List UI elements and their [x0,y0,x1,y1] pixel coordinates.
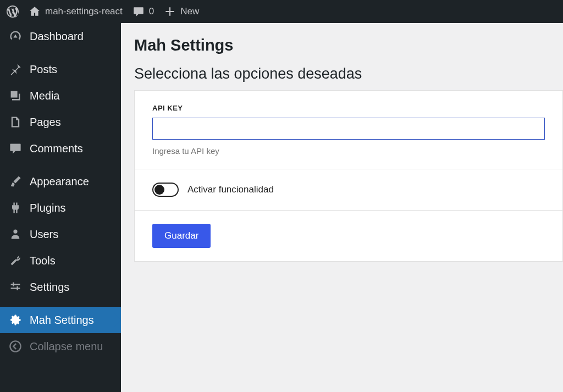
menu-dashboard[interactable]: Dashboard [0,23,121,49]
pin-icon [9,63,22,76]
menu-label: Media [30,90,59,102]
new-label: New [180,6,199,17]
brush-icon [9,175,22,188]
comments-count: 0 [149,6,154,17]
page-title: Mah Settings [134,36,563,54]
admin-bar: mah-settings-react 0 New [0,0,563,23]
site-title: mah-settings-react [45,6,123,17]
actions-row: Guardar [135,211,562,261]
toggle-row: Activar funcionalidad [135,169,562,211]
menu-appearance[interactable]: Appearance [0,168,121,195]
api-key-label: API KEY [152,104,545,112]
sliders-icon [9,280,22,294]
menu-label: Plugins [30,202,66,214]
svg-point-0 [10,341,20,351]
api-key-help: Ingresa tu API key [152,146,545,156]
menu-tools[interactable]: Tools [0,247,121,274]
pages-icon [9,115,22,129]
plugin-icon [9,201,22,214]
collapse-label: Collapse menu [30,340,103,353]
menu-label: Dashboard [30,30,84,43]
menu-label: Posts [30,63,57,76]
main-content: Mah Settings Selecciona las opciones des… [121,23,563,392]
page-subtitle: Selecciona las opciones deseadas [134,65,563,82]
menu-users[interactable]: Users [0,221,121,247]
menu-mah-settings[interactable]: Mah Settings [0,307,121,333]
menu-comments[interactable]: Comments [0,135,121,162]
media-icon [9,89,22,102]
menu-label: Comments [30,142,83,155]
feature-toggle[interactable] [152,183,179,197]
new-content-link[interactable]: New [164,5,199,18]
toggle-label: Activar funcionalidad [187,184,274,195]
menu-label: Pages [30,116,61,129]
user-icon [9,228,22,241]
plus-icon [164,5,176,18]
menu-pages[interactable]: Pages [0,109,121,135]
menu-label: Settings [30,281,69,294]
api-key-input[interactable] [152,118,545,140]
menu-label: Appearance [30,175,89,188]
menu-label: Users [30,228,58,241]
settings-panel: API KEY Ingresa tu API key Activar funci… [134,90,563,262]
menu-label: Tools [30,255,56,267]
menu-media[interactable]: Media [0,82,121,109]
comment-icon [9,142,22,155]
save-button[interactable]: Guardar [152,224,211,248]
wp-logo[interactable] [7,5,19,18]
admin-sidebar: Dashboard Posts Media Pages Comments App… [0,23,121,392]
toggle-knob [154,185,164,195]
comments-link[interactable]: 0 [133,5,154,18]
menu-posts[interactable]: Posts [0,56,121,82]
api-key-row: API KEY Ingresa tu API key [135,91,562,169]
menu-settings[interactable]: Settings [0,274,121,300]
collapse-menu[interactable]: Collapse menu [0,333,121,360]
menu-plugins[interactable]: Plugins [0,195,121,221]
home-icon [29,5,41,18]
collapse-icon [9,340,22,353]
gear-icon [9,313,22,327]
menu-label: Mah Settings [30,314,94,327]
wrench-icon [9,254,22,267]
dashboard-icon [9,30,22,43]
site-home-link[interactable]: mah-settings-react [29,5,123,18]
comment-icon [133,5,145,18]
